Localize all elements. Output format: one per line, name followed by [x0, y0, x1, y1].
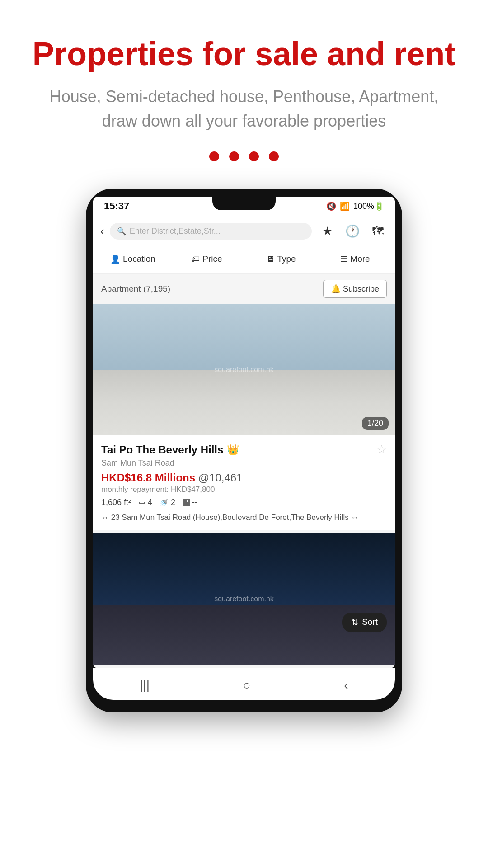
listing-price-1: HKD$16.8 Millions @10,461: [101, 472, 387, 484]
wifi-icon: 📶: [340, 201, 350, 211]
price-filter[interactable]: 🏷 Price: [171, 250, 243, 269]
star-button[interactable]: ★: [317, 221, 337, 241]
sort-icon: ⇅: [351, 617, 358, 627]
location-label: Location: [123, 254, 155, 264]
screen-wrapper: ‹ 🔍 Enter District,Estate,Str... ★ 🕐 🗺 👤…: [93, 215, 395, 668]
listing-card-1[interactable]: squarefoot.com.hk 1/20 Tai Po The Beverl…: [93, 304, 395, 530]
dot-1: [209, 151, 219, 161]
sort-label: Sort: [362, 617, 378, 627]
listing-title-row: Tai Po The Beverly Hills 👑 ☆: [101, 443, 387, 457]
search-placeholder: Enter District,Estate,Str...: [130, 226, 221, 236]
page-title: Properties for sale and rent: [5, 36, 483, 72]
type-icon: 🖥: [266, 255, 274, 264]
listing-image-1: squarefoot.com.hk 1/20: [93, 304, 395, 435]
favorite-button-1[interactable]: ☆: [376, 443, 387, 457]
search-bar[interactable]: 🔍 Enter District,Estate,Str...: [110, 223, 312, 240]
price-value: HKD$16.8 Millions: [101, 472, 195, 484]
nav-home-button[interactable]: ○: [232, 676, 262, 694]
listing-name: Tai Po The Beverly Hills: [101, 443, 223, 456]
baths-value: 2: [171, 498, 175, 507]
subscribe-button[interactable]: 🔔 Subscribe: [323, 280, 387, 298]
bed-icon: 🛏: [138, 499, 145, 507]
baths-spec: 🚿 2: [160, 498, 175, 507]
sqft-spec: 1,606 ft²: [101, 498, 131, 507]
price-per-sqft: @10,461: [198, 472, 243, 484]
listing-specs: 1,606 ft² 🛏 4 🚿 2 🅿 --: [101, 498, 387, 507]
bath-icon: 🚿: [160, 498, 169, 507]
type-filter[interactable]: 🖥 Type: [245, 250, 317, 269]
watermark-1: squarefoot.com.hk: [214, 366, 274, 374]
more-label: More: [350, 254, 370, 264]
type-label: Type: [277, 254, 296, 264]
beds-value: 4: [148, 498, 152, 507]
price-icon: 🏷: [192, 255, 200, 264]
phone-notch: [212, 197, 276, 210]
listing-title-1: Tai Po The Beverly Hills 👑: [101, 443, 239, 456]
phone-screen: ‹ 🔍 Enter District,Estate,Str... ★ 🕐 🗺 👤…: [93, 215, 395, 668]
location-icon: 👤: [110, 254, 120, 264]
more-filter[interactable]: ☰ More: [319, 250, 391, 269]
indicator-dots: [209, 151, 279, 161]
listing-image-2: squarefoot.com.hk: [93, 533, 395, 665]
mute-icon: 🔇: [326, 201, 336, 211]
listing-info-1: Tai Po The Beverly Hills 👑 ☆ Sam Mun Tsa…: [93, 435, 395, 530]
image-counter-1: 1/20: [362, 417, 389, 430]
phone-frame: 15:37 🔇 📶 100%🔋 ‹ 🔍 Enter District,Estat…: [86, 189, 402, 712]
page-subtitle: House, Semi-detached house, Penthouse, A…: [0, 85, 488, 133]
history-button[interactable]: 🕐: [343, 221, 362, 241]
phone-bottom-nav: ||| ○ ‹: [93, 668, 395, 700]
price-label: Price: [202, 254, 222, 264]
status-time: 15:37: [104, 200, 129, 212]
more-icon: ☰: [340, 254, 347, 264]
crown-icon: 👑: [227, 444, 239, 456]
listing-repayment: monthly repayment: HKD$47,800: [101, 485, 387, 494]
results-count: Apartment (7,195): [101, 284, 170, 294]
dot-2: [229, 151, 239, 161]
parking-value: --: [192, 498, 197, 507]
listing-address-1: Sam Mun Tsai Road: [101, 458, 387, 468]
results-bar: Apartment (7,195) 🔔 Subscribe: [93, 274, 395, 304]
sort-button[interactable]: ⇅ Sort: [342, 613, 387, 632]
status-icons: 🔇 📶 100%🔋: [326, 201, 384, 211]
listing-card-2[interactable]: squarefoot.com.hk: [93, 533, 395, 665]
search-icon: 🔍: [117, 227, 126, 236]
nav-back-button[interactable]: ‹: [333, 676, 359, 694]
nav-recent-button[interactable]: |||: [129, 676, 160, 694]
parking-icon: 🅿: [183, 499, 190, 507]
parking-spec: 🅿 --: [183, 498, 197, 507]
app-header: ‹ 🔍 Enter District,Estate,Str... ★ 🕐 🗺: [93, 215, 395, 245]
dot-3: [249, 151, 259, 161]
location-filter[interactable]: 👤 Location: [97, 250, 169, 269]
filter-bar: 👤 Location 🏷 Price 🖥 Type ☰ More: [93, 245, 395, 274]
battery-icon: 100%🔋: [353, 201, 384, 211]
watermark-2: squarefoot.com.hk: [214, 595, 274, 603]
back-button[interactable]: ‹: [100, 224, 104, 238]
map-button[interactable]: 🗺: [368, 221, 388, 241]
listing-description: ↔ 23 Sam Mun Tsai Road (House),Boulevard…: [101, 512, 387, 524]
dot-4: [269, 151, 279, 161]
beds-spec: 🛏 4: [138, 498, 152, 507]
